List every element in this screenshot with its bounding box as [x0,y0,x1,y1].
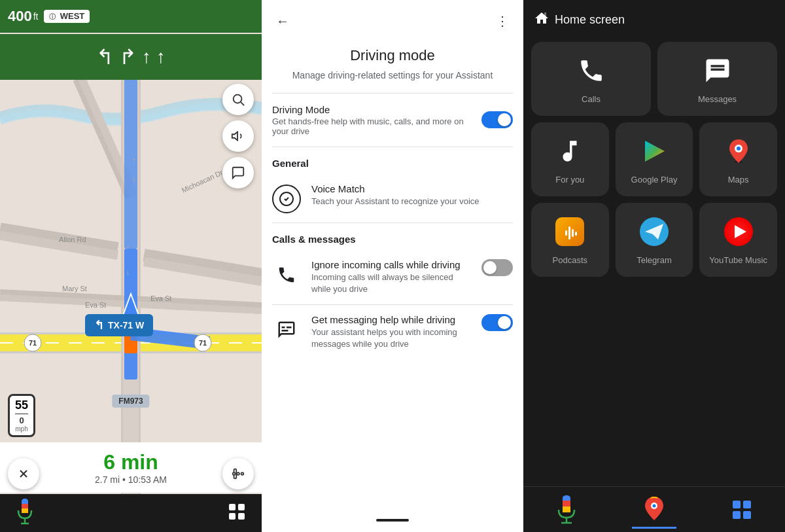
map-chat-button[interactable] [222,157,254,188]
messaging-toggle[interactable] [481,314,513,331]
map-highway-west-badge: ⓘ WEST [44,10,90,23]
map-toolbar-grid[interactable] [228,503,246,523]
map-sound-button[interactable] [222,120,254,152]
voice-match-item[interactable]: Voice Match Teach your Assistant to reco… [262,174,523,222]
settings-header: ← ⋮ [262,0,523,42]
messaging-help-item[interactable]: Get messaging help while driving Your as… [262,305,523,359]
messaging-help-content: Get messaging help while driving Your as… [311,314,471,350]
home-mic-button[interactable] [546,490,587,529]
voice-match-icon [272,185,301,213]
turn-left-arrow: ↰ [96,44,114,69]
map-panel: ↑ ↑ ↓ ↓ Michoacan Dr Allon Rd Mary St Ev… [0,0,262,532]
ignore-calls-item[interactable]: Ignore incoming calls while driving Inco… [262,250,523,304]
calls-label: Calls [582,94,601,105]
driving-mode-row[interactable]: Driving Mode Get hands-free help with mu… [262,94,523,147]
ignore-calls-desc: Incoming calls will always be silenced w… [311,272,471,295]
svg-point-67 [653,505,656,508]
map-toolbar-mic[interactable] [16,499,34,527]
svg-rect-35 [22,504,28,508]
home-header-title: Home screen [555,13,625,27]
road-marker: FM973 [112,395,149,408]
ignore-calls-toggle[interactable] [481,259,513,276]
svg-rect-61 [563,495,570,501]
messages-icon [699,52,736,89]
telegram-label: Telegram [637,255,671,266]
svg-rect-41 [229,513,236,520]
google-play-icon [636,133,672,169]
driving-mode-toggle-knob [498,113,511,126]
svg-point-31 [237,472,239,475]
svg-text:71: 71 [29,339,37,347]
svg-text:↑: ↑ [132,155,137,166]
straight-arrow-2: ↑ [156,46,166,67]
speed-limit: 55 [15,399,28,412]
app-maps[interactable]: Maps [699,122,777,196]
svg-text:Eva St: Eva St [150,294,171,302]
calls-section-header: Calls & messages [262,223,523,250]
svg-rect-45 [282,330,288,332]
maps-label: Maps [728,175,749,186]
app-podcasts[interactable]: Podcasts [531,203,609,277]
svg-rect-53 [568,226,570,239]
svg-text:↓: ↓ [126,268,130,277]
map-close-route-button[interactable] [8,458,39,489]
settings-subtitle: Manage driving-related settings for your… [283,69,502,82]
map-search-button[interactable] [222,84,254,115]
svg-rect-44 [282,327,285,328]
app-messages[interactable]: Messages [657,42,777,116]
general-section-header: General [262,147,523,174]
app-google-play[interactable]: Google Play [616,122,693,196]
turn-right-arrow: ↱ [119,44,137,69]
map-distance: 400 [8,8,32,25]
svg-rect-52 [565,230,567,236]
app-row-3: Podcasts Telegram [531,203,777,277]
svg-point-30 [233,472,236,475]
svg-rect-68 [733,501,741,508]
home-bottom-nav [523,486,785,532]
app-row-1: Calls Messages [531,42,777,116]
map-toolbar [0,494,262,532]
straight-arrow-1: ↑ [142,46,151,67]
tx71-badge: ↰ TX-71 W [85,314,153,336]
svg-point-24 [234,95,242,103]
app-for-you[interactable]: For you [531,122,609,196]
settings-back-button[interactable]: ← [272,10,293,31]
driving-mode-label: Driving Mode [272,104,474,115]
podcasts-label: Podcasts [553,255,587,266]
svg-rect-46 [287,327,292,328]
svg-rect-54 [572,229,574,237]
messaging-toggle-knob [498,316,511,329]
driving-mode-toggle[interactable] [481,111,513,128]
ignore-calls-toggle-knob [483,261,497,274]
svg-point-50 [737,147,741,151]
map-top-bar: 400 ft ⓘ WEST [0,0,262,33]
map-route-options-button[interactable] [222,458,254,489]
driving-mode-desc: Get hands-free help with music, calls, a… [272,116,474,136]
messages-label: Messages [698,94,737,105]
for-you-icon [551,133,588,169]
ignore-calls-icon [272,260,301,289]
svg-text:71: 71 [199,339,207,347]
home-screen-icon [534,10,550,29]
svg-rect-42 [238,513,245,520]
driving-mode-text: Driving Mode Get hands-free help with mu… [272,104,474,136]
youtube-music-label: YouTube Music [709,255,767,266]
youtube-music-icon [720,213,757,250]
app-telegram[interactable]: Telegram [616,203,693,277]
messaging-help-desc: Your assistant helps you with incoming m… [311,327,471,350]
settings-more-button[interactable]: ⋮ [492,10,513,31]
home-grid-button[interactable] [721,494,763,525]
podcasts-icon [551,213,588,250]
telegram-icon [636,213,672,250]
svg-text:↓: ↓ [126,241,130,251]
svg-rect-69 [743,501,751,508]
messaging-help-title: Get messaging help while driving [311,314,471,325]
google-play-label: Google Play [631,175,678,186]
app-grid: Calls Messages For you [523,37,785,486]
svg-rect-71 [743,511,751,519]
home-header: Home screen [523,0,785,37]
svg-text:Allon Rd: Allon Rd [59,236,86,243]
app-youtube-music[interactable]: YouTube Music [699,203,777,277]
home-maps-button[interactable] [632,490,676,529]
app-calls[interactable]: Calls [531,42,651,116]
